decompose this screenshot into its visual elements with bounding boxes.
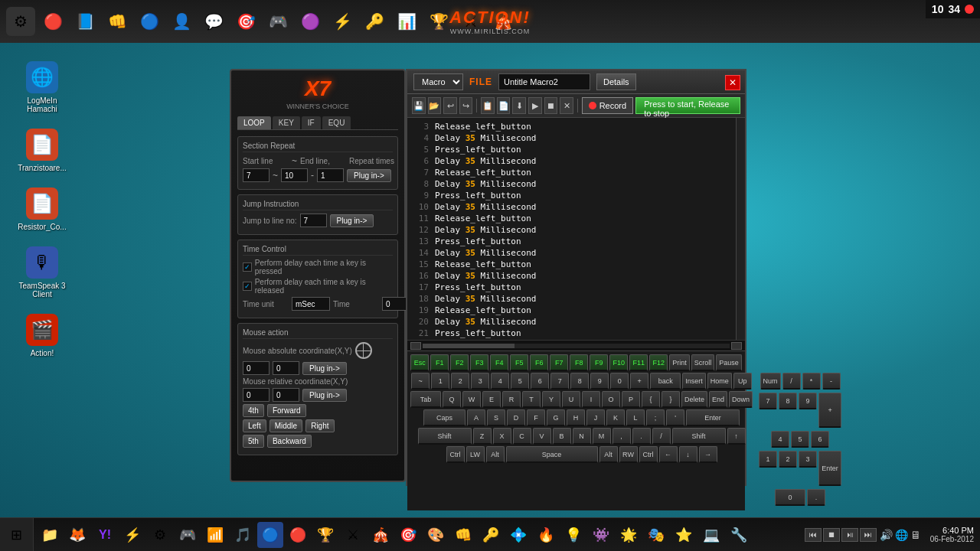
key-rshift[interactable]: Shift	[672, 428, 726, 445]
jump-line-input[interactable]	[300, 214, 327, 227]
time-check2[interactable]	[243, 282, 252, 291]
key-o[interactable]: O	[602, 391, 620, 408]
toolbar-copy[interactable]: 📋	[481, 97, 495, 114]
media-prev[interactable]: ⏮	[805, 528, 822, 542]
desktop-icon-resistor[interactable]: 📄 Resistor_Co...	[15, 187, 69, 231]
key-f7[interactable]: F7	[550, 354, 568, 371]
key-up[interactable]: Up	[733, 373, 752, 390]
tb-star2[interactable]: ⭐	[671, 522, 697, 548]
key-r[interactable]: R	[502, 391, 521, 408]
tb-laptop[interactable]: 💻	[698, 522, 724, 548]
tb-red1[interactable]: 🔴	[285, 522, 311, 548]
key-f8[interactable]: F8	[570, 354, 588, 371]
scroll-right[interactable]	[731, 342, 742, 350]
key-right-arrow[interactable]: →	[699, 446, 717, 463]
key-lalt[interactable]: Alt	[486, 446, 505, 463]
key-esc[interactable]: Esc	[410, 354, 429, 371]
top-icon-mozilla[interactable]: 🔵	[135, 7, 164, 36]
btn-4th[interactable]: 4th	[243, 404, 264, 417]
toolbar-stop[interactable]: ⏹	[544, 97, 558, 114]
key-num-star[interactable]: *	[802, 373, 821, 390]
key-x[interactable]: X	[493, 428, 511, 445]
key-home[interactable]: Home	[707, 373, 732, 390]
desktop-icon-tranzistoare[interactable]: 📄 Tranzistoare...	[15, 129, 69, 172]
key-ralt[interactable]: Alt	[599, 446, 618, 463]
tb-game2[interactable]: 🎪	[368, 522, 394, 548]
start-button[interactable]: ⊞	[0, 518, 34, 552]
toolbar-save[interactable]: 💾	[412, 97, 426, 114]
repeat-plugin-btn[interactable]: Plug in->	[347, 169, 391, 182]
key-lshift[interactable]: Shift	[418, 428, 472, 445]
key-s[interactable]: S	[487, 409, 505, 426]
key-u[interactable]: U	[562, 391, 580, 408]
key-a[interactable]: A	[467, 409, 485, 426]
key-num7[interactable]: 7	[759, 393, 777, 409]
key-left-arrow[interactable]: ←	[659, 446, 678, 463]
toolbar-paste[interactable]: 📄	[497, 97, 511, 114]
toolbar-undo[interactable]: ↩	[443, 97, 457, 114]
press-to-start-button[interactable]: Press to start, Release to stop	[635, 97, 740, 114]
key-9[interactable]: 9	[590, 373, 609, 390]
desktop-icon-logmein[interactable]: 🌐 LogMeInHamachi	[15, 61, 69, 113]
tb-palette[interactable]: 🎨	[423, 522, 449, 548]
key-f12[interactable]: F12	[649, 354, 668, 371]
toolbar-redo[interactable]: ↪	[459, 97, 473, 114]
scroll-track[interactable]	[423, 344, 730, 348]
tb-network[interactable]: 📶	[202, 522, 228, 548]
tab-equ[interactable]: EQU	[322, 116, 351, 129]
key-space[interactable]: Space	[506, 446, 598, 463]
key-pause[interactable]: Pause	[716, 354, 742, 371]
key-1[interactable]: 1	[431, 373, 449, 390]
start-line-input[interactable]	[243, 168, 270, 182]
tab-loop[interactable]: LOOP	[237, 116, 271, 129]
key-f[interactable]: F	[527, 409, 545, 426]
key-down-arrow[interactable]: ↓	[679, 446, 697, 463]
key-num4[interactable]: 4	[771, 431, 789, 448]
tb-theater[interactable]: 🎭	[643, 522, 669, 548]
time-check1[interactable]	[243, 262, 252, 272]
key-q[interactable]: Q	[443, 391, 461, 408]
key-delete[interactable]: Delete	[681, 391, 707, 408]
key-w[interactable]: W	[462, 391, 481, 408]
tb-music[interactable]: 🎵	[230, 522, 256, 548]
tb-sword[interactable]: ⚔	[340, 522, 366, 548]
tb-firefox[interactable]: 🦊	[64, 522, 90, 548]
top-icon-user[interactable]: 👤	[167, 7, 196, 36]
tb-folder[interactable]: 📁	[37, 522, 63, 548]
jump-plugin-btn[interactable]: Plug in->	[330, 214, 374, 227]
mouse-rel-plugin[interactable]: Plug in->	[302, 389, 347, 402]
top-icon-settings[interactable]: ⚙	[6, 7, 35, 36]
tb-key[interactable]: 🔑	[478, 522, 504, 548]
key-f1[interactable]: F1	[430, 354, 449, 371]
top-icon-key[interactable]: 🔑	[360, 7, 389, 36]
key-enter[interactable]: Enter	[686, 409, 740, 426]
key-p[interactable]: P	[622, 391, 640, 408]
key-up-arrow[interactable]: ↑	[727, 428, 746, 445]
key-f6[interactable]: F6	[530, 354, 548, 371]
key-tab[interactable]: Tab	[410, 391, 441, 408]
toolbar-download[interactable]: ⬇	[512, 97, 526, 114]
key-lbrace[interactable]: {	[642, 391, 660, 408]
key-4[interactable]: 4	[491, 373, 509, 390]
tb-trophy[interactable]: 🏆	[312, 522, 338, 548]
key-num-enter[interactable]: Enter	[818, 451, 841, 486]
key-d[interactable]: D	[507, 409, 525, 426]
key-caps[interactable]: Caps	[423, 409, 466, 426]
toolbar-open[interactable]: 📂	[428, 97, 442, 114]
top-icon-media[interactable]: 🔴	[38, 7, 67, 36]
mouse-rel-y[interactable]	[273, 388, 299, 402]
key-2[interactable]: 2	[451, 373, 469, 390]
btn-middle[interactable]: Middle	[270, 419, 302, 432]
key-scroll[interactable]: Scroll	[691, 354, 715, 371]
key-num-dot[interactable]: .	[807, 489, 825, 506]
key-num0[interactable]: 0	[775, 489, 805, 506]
key-y[interactable]: Y	[542, 391, 560, 408]
key-num-slash[interactable]: /	[782, 373, 801, 390]
key-f11[interactable]: F11	[629, 354, 648, 371]
tb-settings[interactable]: ⚙	[147, 522, 173, 548]
close-button[interactable]: ✕	[725, 75, 740, 90]
btn-5th[interactable]: 5th	[243, 435, 264, 448]
key-num6[interactable]: 6	[811, 431, 829, 448]
key-num-minus[interactable]: -	[822, 373, 841, 390]
btn-left[interactable]: Left	[243, 419, 266, 432]
